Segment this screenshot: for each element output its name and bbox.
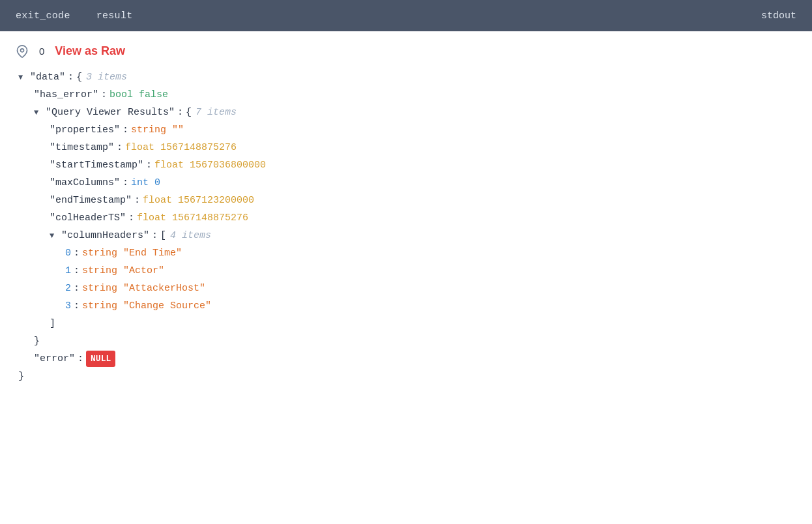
timestamp-key: "timestamp"	[50, 139, 114, 156]
col2-index: 2	[65, 280, 71, 297]
error-key: "error"	[34, 350, 75, 368]
close-data-brace: }	[18, 368, 812, 385]
col1-line: 1 : string "Actor"	[18, 262, 812, 280]
has-error-value: false	[139, 86, 168, 104]
col-header-ts-line: "colHeaderTS" : float 1567148875276	[18, 209, 812, 227]
col2-value: "AttackerHost"	[123, 280, 205, 297]
has-error-type: bool	[109, 86, 133, 104]
svg-point-0	[21, 48, 24, 51]
col-header-ts-key: "colHeaderTS"	[50, 209, 126, 227]
has-error-key: "has_error"	[34, 86, 98, 104]
properties-key: "properties"	[50, 121, 120, 139]
data-meta: 3 items	[86, 68, 127, 86]
col3-line: 3 : string "Change Source"	[18, 297, 812, 315]
header-row: 0 View as Raw	[13, 44, 812, 58]
column-headers-key: "columnHeaders"	[61, 227, 149, 244]
max-columns-type: int	[131, 174, 149, 192]
content-area: 0 View as Raw ▼ "data" : { 3 items "has_…	[0, 31, 812, 398]
data-colon: :	[68, 68, 74, 86]
end-timestamp-value: 1567123200000	[178, 192, 254, 209]
start-timestamp-type: float	[154, 156, 184, 174]
col0-line: 0 : string "End Time"	[18, 244, 812, 262]
qvr-key: "Query Viewer Results"	[46, 104, 175, 121]
timestamp-value: 1567148875276	[160, 139, 237, 156]
toggle-arrow-qvr[interactable]: ▼	[34, 106, 44, 121]
col-header-ts-type: float	[137, 209, 166, 227]
col0-type: string	[82, 244, 117, 262]
top-bar-tabs: exit_code result	[16, 10, 133, 22]
col2-line: 2 : string "AttackerHost"	[18, 280, 812, 297]
col3-value: "Change Source"	[123, 297, 211, 315]
counter-label: 0	[39, 46, 44, 57]
col1-type: string	[82, 262, 117, 280]
start-timestamp-line: "startTimestamp" : float 1567036800000	[18, 156, 812, 174]
max-columns-key: "maxColumns"	[50, 174, 120, 192]
col0-value: "End Time"	[123, 244, 182, 262]
qvr-line: ▼ "Query Viewer Results" : { 7 items	[18, 104, 812, 121]
properties-value: ""	[172, 121, 184, 139]
timestamp-type: float	[125, 139, 154, 156]
toggle-arrow-data[interactable]: ▼	[18, 71, 29, 85]
col1-index: 1	[65, 262, 71, 280]
data-key: "data"	[30, 68, 65, 86]
end-timestamp-line: "endTimestamp" : float 1567123200000	[18, 192, 812, 209]
start-timestamp-key: "startTimestamp"	[50, 156, 143, 174]
tab-result[interactable]: result	[96, 10, 133, 22]
pin-icon[interactable]	[16, 45, 29, 58]
error-line: "error" : NULL	[18, 350, 812, 368]
end-timestamp-type: float	[143, 192, 172, 209]
column-headers-line: ▼ "columnHeaders" : [ 4 items	[18, 227, 812, 244]
col3-index: 3	[65, 297, 71, 315]
data-open-brace: {	[76, 68, 82, 86]
close-bracket: ]	[50, 315, 55, 332]
properties-line: "properties" : string ""	[18, 121, 812, 139]
data-root-line: ▼ "data" : { 3 items	[18, 68, 812, 86]
col3-type: string	[82, 297, 117, 315]
null-badge: NULL	[86, 351, 115, 367]
tab-exit-code[interactable]: exit_code	[16, 10, 70, 22]
col2-type: string	[82, 280, 117, 297]
start-timestamp-value: 1567036800000	[190, 156, 266, 174]
end-timestamp-key: "endTimestamp"	[50, 192, 132, 209]
has-error-line: "has_error" : bool false	[18, 86, 812, 104]
timestamp-line: "timestamp" : float 1567148875276	[18, 139, 812, 156]
qvr-meta: 7 items	[196, 104, 237, 121]
max-columns-value: 0	[154, 174, 160, 192]
col-header-ts-value: 1567148875276	[172, 209, 248, 227]
col1-value: "Actor"	[123, 262, 164, 280]
top-bar: exit_code result stdout	[0, 0, 812, 31]
close-qvr-brace: }	[18, 332, 812, 350]
view-as-raw-link[interactable]: View as Raw	[55, 44, 125, 58]
tab-stdout[interactable]: stdout	[761, 10, 796, 22]
col0-index: 0	[65, 244, 71, 262]
column-headers-meta: 4 items	[170, 227, 211, 244]
properties-type: string	[131, 121, 166, 139]
max-columns-line: "maxColumns" : int 0	[18, 174, 812, 192]
json-tree: ▼ "data" : { 3 items "has_error" : bool …	[13, 68, 812, 385]
toggle-arrow-column-headers[interactable]: ▼	[50, 229, 60, 244]
close-bracket-line: ]	[18, 315, 812, 332]
